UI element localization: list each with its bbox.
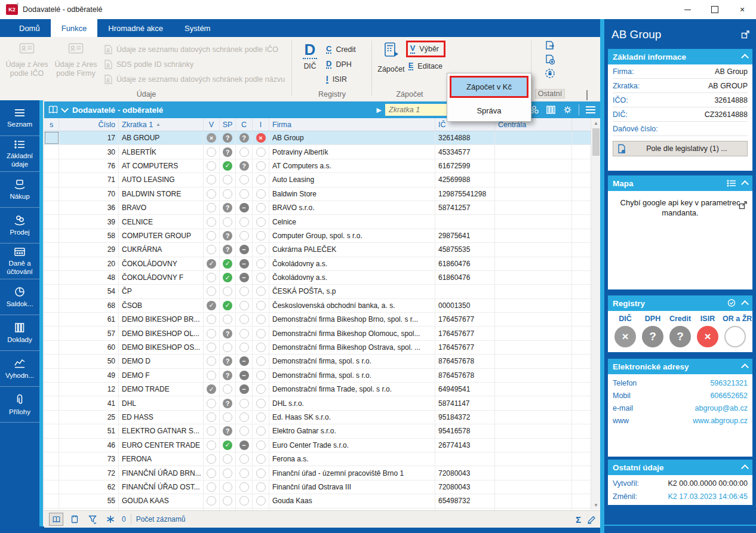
column-header-sp[interactable]: SP bbox=[220, 118, 236, 131]
sidebar-item-dane-a-uctovani[interactable]: Daně a účtování bbox=[0, 244, 39, 279]
row-selector-cell[interactable] bbox=[44, 383, 59, 396]
table-row[interactable]: 61 DEMO BIKESHOP BR... Demonstrační firm… bbox=[44, 313, 601, 326]
scrollbar-thumb[interactable] bbox=[592, 128, 600, 156]
ribbon-tab[interactable]: Hromadné akce bbox=[97, 19, 174, 37]
table-row[interactable]: 46 EURO CENTER TRADE Euro Center Trade s… bbox=[44, 439, 601, 452]
ribbon-tab[interactable]: Systém bbox=[174, 19, 221, 37]
table-row[interactable]: 20 ČOKOLÁDOVNY Čokoládovny a.s. 61860476 bbox=[44, 257, 601, 271]
row-selector-cell[interactable] bbox=[44, 229, 59, 242]
row-selector-cell[interactable] bbox=[44, 369, 59, 382]
table-row[interactable]: 62 FINANČNÍ ÚŘAD OST... Finanční úřad Os… bbox=[44, 480, 601, 494]
sidebar-item-doklady[interactable]: Doklady bbox=[0, 315, 39, 351]
table-row[interactable]: 50 DEMO D Demonstrační firma, spol. s r.… bbox=[44, 355, 601, 368]
sidebar-item-prilohy[interactable]: Přílohy bbox=[0, 387, 39, 423]
sidebar-item-saldokonto[interactable]: Saldok... bbox=[0, 279, 39, 315]
column-header-i[interactable]: I bbox=[253, 118, 269, 131]
data-box-menu-item[interactable]: Údaje ze seznamu datových schránek podle… bbox=[104, 42, 285, 57]
table-row[interactable]: 72 FINANČNÍ ÚŘAD BRN... Finanční úřad - … bbox=[44, 466, 601, 480]
settings-button[interactable] bbox=[561, 104, 574, 116]
row-selector-cell[interactable] bbox=[44, 215, 59, 228]
lock-circle-icon[interactable] bbox=[545, 68, 555, 79]
table-row[interactable]: 28 HANÁK Potraviny HANÁK 54125877 bbox=[44, 509, 601, 510]
table-row[interactable]: 76 AT COMPUTERS AT Computers a.s. 616725… bbox=[44, 159, 601, 173]
row-selector-cell[interactable] bbox=[44, 480, 59, 494]
address-value[interactable]: 596321321 bbox=[710, 379, 748, 387]
table-row[interactable]: 68 ČSOB Československá obchodní banka, a… bbox=[44, 299, 601, 313]
sidebar-item-prodej[interactable]: Prodej bbox=[0, 208, 39, 244]
scroll-up-arrow[interactable]: ▲ bbox=[594, 118, 598, 128]
table-row[interactable]: 55 GOUDA KAAS Gouda Kaas 65498732 bbox=[44, 494, 601, 508]
row-selector-cell[interactable] bbox=[44, 187, 59, 201]
row-selector-cell[interactable] bbox=[44, 271, 59, 284]
address-value[interactable]: 606652652 bbox=[710, 392, 748, 400]
table-row[interactable]: 12 DEMO TRADE Demonstrační firma Trade, … bbox=[44, 383, 601, 396]
row-selector-cell[interactable] bbox=[44, 257, 59, 270]
collapse-section-icon[interactable] bbox=[741, 180, 749, 188]
zapocet-menu-item[interactable]: E Editace bbox=[408, 58, 445, 73]
column-header-cislo[interactable]: Číslo bbox=[59, 118, 119, 131]
document-cancel-icon[interactable] bbox=[545, 54, 555, 65]
vertical-scrollbar[interactable]: ▲ ▼ bbox=[591, 118, 601, 510]
sidebar-item-nakup[interactable]: Nákup bbox=[0, 172, 39, 208]
registry-check-item[interactable]: I ISIR bbox=[326, 72, 356, 87]
table-row[interactable]: 57 DEMO BIKESHOP OL... Demonstrační firm… bbox=[44, 326, 601, 340]
row-selector-cell[interactable] bbox=[44, 285, 59, 298]
table-row[interactable]: 73 FERONA Ferona a.s. bbox=[44, 452, 601, 466]
column-header-v[interactable]: V bbox=[204, 118, 220, 131]
document-export-icon[interactable] bbox=[545, 41, 555, 51]
row-selector-cell[interactable] bbox=[44, 159, 59, 172]
sum-button[interactable]: Σ bbox=[576, 514, 581, 525]
sidebar-item-seznam[interactable]: Seznam bbox=[0, 100, 39, 136]
map-list-icon[interactable] bbox=[727, 179, 736, 187]
table-row[interactable]: 51 ELEKTRO GATNAR S... Elektro Gatnar s.… bbox=[44, 424, 601, 438]
dropdown-menu-item[interactable]: Správa bbox=[447, 100, 531, 121]
collapse-ribbon-button[interactable] bbox=[586, 91, 592, 97]
row-selector-cell[interactable] bbox=[44, 131, 59, 144]
table-row[interactable]: 58 COMPUTER GROUP Computer Group, spol. … bbox=[44, 229, 601, 243]
page-view-button[interactable] bbox=[68, 513, 81, 525]
row-selector-cell[interactable] bbox=[44, 452, 59, 466]
collapse-section-icon[interactable] bbox=[741, 300, 749, 308]
check-circle-icon[interactable] bbox=[727, 298, 736, 308]
row-selector-cell[interactable] bbox=[44, 326, 59, 340]
open-detail-icon[interactable] bbox=[740, 30, 750, 39]
collapse-section-icon[interactable] bbox=[741, 363, 749, 371]
sidebar-item-vyhodnoceni[interactable]: Vyhodn... bbox=[0, 351, 39, 387]
row-selector-cell[interactable] bbox=[44, 494, 59, 507]
table-row[interactable]: 60 DEMO BIKESHOP OS... Demonstrační firm… bbox=[44, 341, 601, 355]
address-value[interactable]: www.abgroup.cz bbox=[693, 417, 748, 425]
table-menu-button[interactable] bbox=[584, 104, 597, 116]
table-row[interactable]: 70 BALDWIN STORE Baldwin Store 129875541… bbox=[44, 187, 601, 201]
play-icon[interactable]: ▶ bbox=[377, 107, 382, 113]
column-header-s[interactable]: s bbox=[44, 118, 59, 131]
chevron-down-icon[interactable] bbox=[61, 105, 69, 113]
table-row[interactable]: 39 CELNICE Celnice bbox=[44, 215, 601, 229]
book-icon[interactable] bbox=[48, 105, 59, 115]
legislativa-button[interactable]: Pole dle legislativy (1) ... bbox=[613, 141, 748, 156]
column-header-c[interactable]: C bbox=[236, 118, 253, 131]
sidebar-item-zakladni-udaje[interactable]: Základní údaje bbox=[0, 136, 39, 172]
maximize-button[interactable] bbox=[701, 0, 729, 19]
record-count-label[interactable]: Počet záznamů bbox=[136, 515, 186, 523]
registry-check-item[interactable]: C Credit bbox=[326, 42, 356, 57]
collapse-section-icon[interactable] bbox=[741, 464, 749, 472]
table-row[interactable]: 30 ALBERTÍK Potraviny Albertík 45334577 bbox=[44, 145, 601, 159]
data-box-menu-item[interactable]: SDS podle ID schránky bbox=[104, 57, 285, 72]
filter-button[interactable] bbox=[86, 513, 99, 525]
row-selector-cell[interactable] bbox=[44, 439, 59, 452]
table-row[interactable]: 17 AB GROUP AB Group 32614888 bbox=[44, 131, 601, 145]
table-row[interactable]: 71 AUTO LEASING Auto Leasing 42569988 bbox=[44, 173, 601, 187]
ribbon-tab[interactable]: Funkce bbox=[51, 19, 98, 37]
table-row[interactable]: 54 ČP ČESKÁ POŠTA, s.p bbox=[44, 285, 601, 298]
table-row[interactable]: 41 DHL DHL s.r.o. 58741147 bbox=[44, 396, 601, 410]
row-selector-cell[interactable] bbox=[44, 243, 59, 256]
table-row[interactable]: 29 CUKRÁRNA Cukrárna PALEČEK 45875535 bbox=[44, 243, 601, 257]
table-row[interactable]: 49 DEMO F Demonstrační firma, spol. s r.… bbox=[44, 369, 601, 383]
minimize-button[interactable] bbox=[674, 0, 701, 19]
table-row[interactable]: 48 ČOKOLÁDOVNY F Čokoládovny a.s. 618604… bbox=[44, 271, 601, 285]
ribbon-tab[interactable]: Domů bbox=[8, 19, 51, 37]
row-selector-cell[interactable] bbox=[44, 466, 59, 479]
column-header-zkratka[interactable]: Zkratka 1▲ bbox=[119, 118, 204, 131]
dropdown-menu-item[interactable]: Zápočet v Kč bbox=[450, 76, 528, 98]
row-selector-cell[interactable] bbox=[44, 313, 59, 326]
